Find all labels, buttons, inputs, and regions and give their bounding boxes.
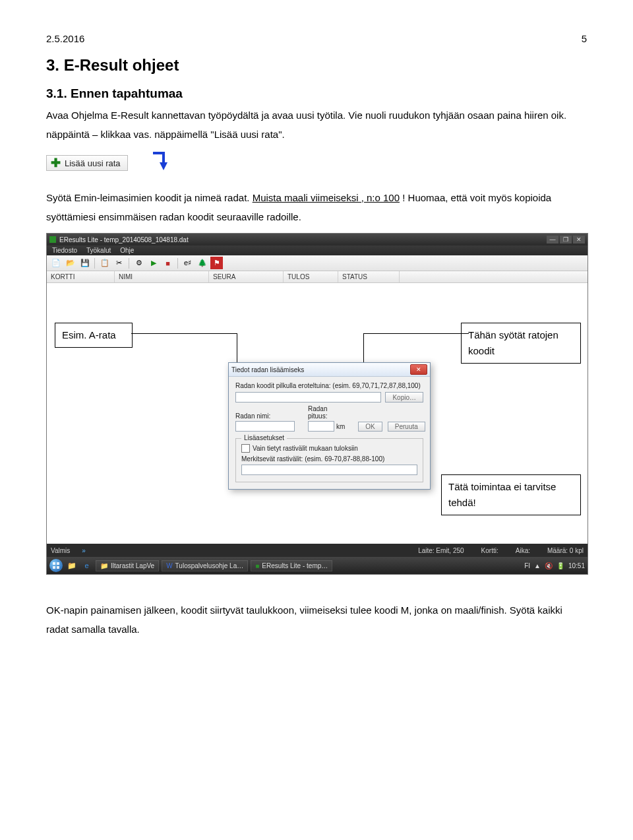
col-seura[interactable]: SEURA (209, 271, 284, 282)
header-page-number: 5 (582, 33, 587, 44)
section-heading: 3. E-Result ohjeet (46, 56, 587, 75)
gear-icon[interactable]: ⚙ (133, 257, 145, 269)
play-icon[interactable]: ▶ (147, 257, 160, 269)
connector-line (363, 333, 469, 334)
task-label: Tulospalvelusohje La… (175, 562, 244, 569)
svg-marker-0 (160, 162, 167, 170)
status-chevrons: » (82, 547, 86, 554)
menu-tyokalut[interactable]: Työkalut (86, 247, 111, 254)
tray-lang[interactable]: FI (524, 562, 530, 569)
unit-km: km (336, 423, 345, 430)
task-label: Iltarastit LapVe (111, 562, 154, 569)
fieldset-legend: Lisäasetukset (241, 434, 287, 441)
explorer-icon[interactable]: 📁 (65, 560, 78, 572)
close-button[interactable]: ✕ (573, 236, 585, 243)
label-track-name: Radan nimi: (235, 412, 295, 420)
svg-rect-3 (53, 566, 55, 569)
task-item[interactable]: 📁Iltarastit LapVe (96, 560, 159, 571)
maximize-button[interactable]: ❐ (560, 236, 572, 243)
annotation-ei-tarvitse: Tätä toimintaa ei tarvitse tehdä! (441, 474, 581, 515)
copy-icon[interactable]: 📋 (98, 257, 111, 269)
paragraph-2-underline: Muista maali viimeiseksi , n:o 100 (253, 192, 400, 203)
add-track-button[interactable]: ✚ Lisää uusi rata (46, 155, 128, 171)
statusbar: Valmis » Laite: Emit, 250 Kortti: Aika: … (47, 544, 588, 557)
minimize-button[interactable]: — (547, 236, 558, 243)
track-length-input[interactable] (308, 421, 334, 432)
cancel-button[interactable]: Peruuta (388, 422, 425, 432)
status-maara: Määrä: 0 kpl (547, 547, 584, 554)
taskbar: 📁 e 📁Iltarastit LapVe WTulospalvelusohje… (47, 557, 588, 574)
fieldset-advanced: Lisäasetukset Vain tietyt rastivälit muk… (235, 438, 423, 482)
tool-icon[interactable]: e♯ (181, 257, 194, 269)
open-icon[interactable]: 📂 (64, 257, 76, 269)
column-headers: KORTTI NIMI SEURA TULOS STATUS (47, 271, 588, 283)
copy-button[interactable]: Kopio… (385, 392, 423, 403)
stop-icon[interactable]: ■ (162, 257, 174, 269)
header-date: 2.5.2016 (46, 33, 84, 44)
new-icon[interactable]: 📄 (49, 257, 62, 269)
subsection-heading: 3.1. Ennen tapahtumaa (46, 86, 587, 101)
annotation-koodit: Tähän syötät ratojen koodit (461, 323, 581, 364)
codes-input[interactable] (235, 392, 381, 403)
annotation-esim-a-rata: Esim. A-rata (55, 323, 133, 348)
col-kortti[interactable]: KORTTI (47, 271, 115, 282)
track-name-input[interactable] (235, 421, 295, 432)
svg-rect-4 (57, 566, 59, 569)
footer-paragraph: OK-napin painamisen jälkeen, koodit siir… (46, 601, 587, 639)
svg-rect-2 (57, 562, 59, 565)
col-nimi[interactable]: NIMI (115, 271, 209, 282)
label-codes: Radan koodit pilkulla eroteltuina: (esim… (235, 382, 423, 389)
ie-icon[interactable]: e (80, 560, 93, 572)
status-emit: Laite: Emit, 250 (418, 547, 464, 554)
add-track-row: ✚ Lisää uusi rata (46, 150, 587, 176)
menu-tiedosto[interactable]: Tiedosto (52, 247, 77, 254)
menu-ohje[interactable]: Ohje (120, 247, 134, 254)
app-window: EResults Lite - temp_20140508_104818.dat… (46, 233, 588, 575)
status-ready: Valmis (51, 547, 70, 554)
plus-icon: ✚ (50, 158, 61, 168)
label-merkitsevat: Merkitsevät rastivälit: (esim. 69-70,87-… (241, 455, 417, 463)
label-track-length: Radan pituus: (308, 405, 345, 420)
window-title: EResults Lite - temp_20140508_104818.dat (59, 236, 189, 243)
app-icon (49, 236, 56, 243)
cut-icon[interactable]: ✂ (113, 257, 125, 269)
connector-line (131, 333, 237, 334)
merkitsevat-input[interactable] (241, 465, 417, 475)
paragraph-1: Avaa Ohjelma E-Result kannettavan työpöy… (46, 106, 587, 144)
ok-button[interactable]: OK (358, 422, 382, 432)
task-item[interactable]: ■EResults Lite - temp… (251, 560, 332, 571)
arrow-down-icon (148, 150, 170, 176)
toolbar-separator (94, 258, 95, 269)
dialog-close-button[interactable]: ✕ (410, 364, 427, 375)
checkbox-label: Vain tietyt rastivälit mukaan tuloksiin (253, 445, 358, 452)
paragraph-2a: Syötä Emin-leimasimien koodit ja nimeä r… (46, 192, 253, 203)
tray-clock: 10:51 (568, 562, 585, 569)
toolbar-separator (177, 258, 178, 269)
col-status[interactable]: STATUS (338, 271, 400, 282)
svg-rect-1 (53, 562, 55, 565)
content-area: Esim. A-rata Tähän syötät ratojen koodit… (47, 283, 588, 544)
checkbox-rastivalit[interactable] (241, 444, 250, 453)
task-item[interactable]: WTulospalvelusohje La… (162, 560, 248, 571)
tray-network-icon: 🔇 (545, 562, 553, 569)
start-button[interactable] (49, 559, 63, 572)
col-tulos[interactable]: TULOS (284, 271, 338, 282)
tray-flag-icon: ▲ (534, 562, 541, 569)
toolbar: 📄 📂 💾 📋 ✂ ⚙ ▶ ■ e♯ 🌲 ⚑ (47, 255, 588, 271)
dialog-add-track: Tiedot radan lisäämiseks ✕ Radan koodit … (228, 362, 431, 490)
dialog-titlebar: Tiedot radan lisäämiseks ✕ (229, 363, 430, 377)
tray-battery-icon: 🔋 (557, 562, 564, 569)
titlebar: EResults Lite - temp_20140508_104818.dat… (47, 234, 588, 245)
status-aika: Aika: (516, 547, 530, 554)
add-track-label: Lisää uusi rata (65, 158, 121, 168)
tree-icon[interactable]: 🌲 (196, 257, 208, 269)
flag-icon[interactable]: ⚑ (210, 257, 223, 269)
save-icon[interactable]: 💾 (78, 257, 91, 269)
system-tray: FI ▲ 🔇 🔋 10:51 (524, 562, 585, 569)
status-kortti: Kortti: (481, 547, 498, 554)
page-header: 2.5.2016 5 (46, 33, 587, 44)
menubar: Tiedosto Työkalut Ohje (47, 245, 588, 255)
dialog-title: Tiedot radan lisäämiseks (231, 366, 304, 373)
toolbar-separator (129, 258, 129, 269)
task-label: EResults Lite - temp… (262, 562, 328, 569)
